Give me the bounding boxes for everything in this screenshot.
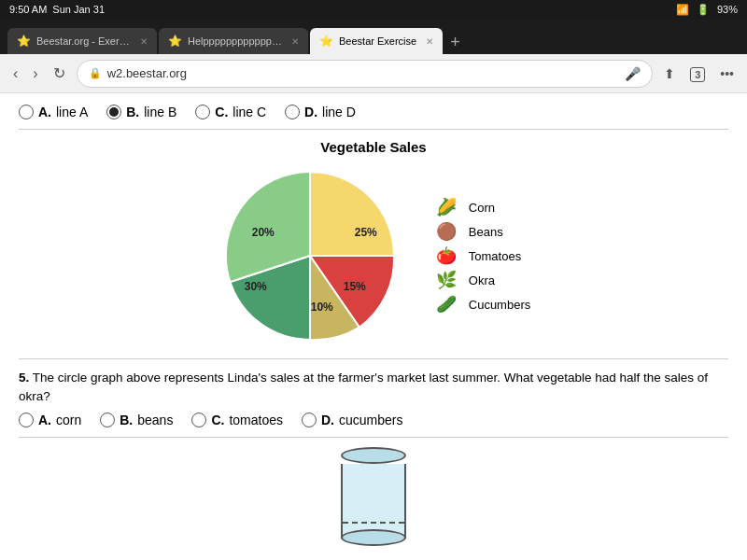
q5-option-b[interactable]: B. beans — [100, 413, 173, 427]
tab-2-close[interactable]: ✕ — [291, 36, 299, 47]
pie-label-cucumbers: 30% — [245, 280, 267, 293]
q5-letter-b: B. — [120, 413, 133, 427]
q5-radio-b[interactable] — [100, 413, 115, 427]
chart-container: 20% 25% 30% 15% 10% 🌽 Corn 🟤 Beans 🍅 T — [217, 162, 530, 349]
q4-letter-a: A. — [38, 105, 51, 119]
q4-radio-b-fill — [109, 107, 119, 117]
address-input[interactable]: 🔒 w2.beestar.org 🎤 — [77, 60, 654, 88]
tab-1-label: Beestar.org - Exercise C — [36, 35, 131, 47]
page-content: A. line A B. line B C. line C D. line D … — [0, 93, 747, 550]
q5-label-a: corn — [56, 413, 81, 427]
q5-label-d: cucumbers — [339, 413, 402, 427]
q5-option-a[interactable]: A. corn — [19, 413, 81, 427]
tab-2-favicon: ⭐ — [168, 35, 182, 48]
pie-label-okra: 10% — [311, 301, 333, 314]
back-button[interactable]: ‹ — [9, 63, 21, 84]
question5-body: The circle graph above represents Linda'… — [19, 371, 708, 403]
tab-2-label: Helppppppppppppppppp — [188, 35, 282, 47]
tab-2[interactable]: ⭐ Helppppppppppppppppp ✕ — [159, 28, 308, 54]
tabs-count: 3 — [690, 67, 705, 82]
url-display: w2.beestar.org — [107, 66, 620, 80]
legend-okra-label: Okra — [469, 273, 495, 287]
tab-3[interactable]: ⭐ Beestar Exercise ✕ — [310, 28, 443, 54]
battery-icon: 🔋 — [697, 4, 710, 16]
q5-radio-a[interactable] — [19, 413, 34, 427]
reload-button[interactable]: ↻ — [49, 63, 69, 84]
share-button[interactable]: ⬆ — [660, 64, 679, 83]
q4-radio-d[interactable] — [285, 105, 300, 119]
q5-label-c: tomatoes — [229, 413, 283, 427]
q5-letter-d: D. — [321, 413, 334, 427]
question5-options: A. corn B. beans C. tomatoes D. cucumber… — [19, 413, 728, 427]
cylinder-dashes — [343, 522, 404, 524]
q4-option-b[interactable]: B. line B — [106, 105, 176, 119]
legend-beans-label: Beans — [469, 225, 503, 239]
tomatoes-icon: 🍅 — [431, 246, 461, 265]
status-date: Sun Jan 31 — [52, 4, 105, 15]
tabs-button[interactable]: 3 — [686, 64, 709, 83]
status-time-date: 9:50 AM Sun Jan 31 — [9, 4, 105, 15]
question5-number: 5. — [19, 371, 29, 385]
divider-3 — [19, 437, 728, 438]
wifi-icon: 📶 — [676, 4, 689, 16]
tab-1[interactable]: ⭐ Beestar.org - Exercise C ✕ — [7, 28, 157, 54]
tab-1-close[interactable]: ✕ — [140, 36, 148, 47]
divider-1 — [19, 129, 728, 130]
legend-tomatoes: 🍅 Tomatoes — [431, 246, 530, 265]
q4-label-a: line A — [56, 105, 88, 119]
tab-3-favicon: ⭐ — [319, 35, 333, 48]
legend-okra: 🌿 Okra — [431, 271, 530, 289]
pie-label-corn: 25% — [355, 226, 377, 239]
q5-letter-a: A. — [38, 413, 51, 427]
q4-radio-a[interactable] — [19, 105, 34, 119]
status-bar: 9:50 AM Sun Jan 31 📶 🔋 93% — [0, 0, 747, 19]
cylinder-bottom-ellipse — [341, 529, 406, 546]
legend-corn-label: Corn — [469, 201, 495, 215]
q4-letter-b: B. — [126, 105, 139, 119]
address-bar: ‹ › ↻ 🔒 w2.beestar.org 🎤 ⬆ 3 ••• — [0, 54, 747, 93]
q4-radio-c[interactable] — [195, 105, 210, 119]
question5-text: 5. The circle graph above represents Lin… — [19, 369, 728, 407]
q5-option-c[interactable]: C. tomatoes — [191, 413, 283, 427]
corn-icon: 🌽 — [431, 198, 461, 217]
pie-label-tomatoes: 15% — [344, 280, 366, 293]
tab-3-close[interactable]: ✕ — [426, 36, 433, 47]
cylinder-top — [341, 447, 406, 464]
chart-title: Vegetable Sales — [320, 139, 426, 155]
divider-2 — [19, 358, 728, 359]
more-button[interactable]: ••• — [716, 64, 738, 83]
q5-radio-c[interactable] — [191, 413, 206, 427]
beans-icon: 🟤 — [431, 222, 461, 241]
lock-icon: 🔒 — [89, 67, 102, 79]
legend-corn: 🌽 Corn — [431, 198, 530, 217]
mic-icon[interactable]: 🎤 — [625, 66, 641, 81]
cucumbers-icon: 🥒 — [431, 295, 461, 314]
question4-options: A. line A B. line B C. line C D. line D — [19, 105, 728, 119]
q4-radio-b[interactable] — [106, 105, 121, 119]
q5-radio-d[interactable] — [302, 413, 317, 427]
forward-button[interactable]: › — [29, 63, 41, 84]
q5-option-d[interactable]: D. cucumbers — [302, 413, 402, 427]
tab-bar: ⭐ Beestar.org - Exercise C ✕ ⭐ Helpppppp… — [0, 19, 747, 54]
new-tab-button[interactable]: + — [444, 33, 466, 52]
q4-option-d[interactable]: D. line D — [285, 105, 356, 119]
status-right: 📶 🔋 93% — [676, 4, 738, 16]
pie-svg — [217, 162, 403, 349]
legend-beans: 🟤 Beans — [431, 222, 530, 241]
pie-label-beans: 20% — [252, 226, 275, 239]
q4-option-a[interactable]: A. line A — [19, 105, 88, 119]
chart-legend: 🌽 Corn 🟤 Beans 🍅 Tomatoes 🌿 Okra 🥒 — [431, 198, 530, 314]
cylinder — [341, 447, 406, 539]
cylinder-body — [341, 464, 406, 539]
q4-option-c[interactable]: C. line C — [195, 105, 266, 119]
q5-letter-c: C. — [211, 413, 224, 427]
q4-label-b: line B — [144, 105, 176, 119]
q5-label-b: beans — [137, 413, 173, 427]
q4-label-d: line D — [322, 105, 356, 119]
tab-3-label: Beestar Exercise — [339, 35, 416, 47]
legend-tomatoes-label: Tomatoes — [469, 249, 521, 263]
tab-1-favicon: ⭐ — [17, 35, 31, 48]
status-time: 9:50 AM — [9, 4, 47, 15]
chart-section: Vegetable Sales — [19, 139, 728, 349]
pie-corn — [310, 172, 394, 256]
